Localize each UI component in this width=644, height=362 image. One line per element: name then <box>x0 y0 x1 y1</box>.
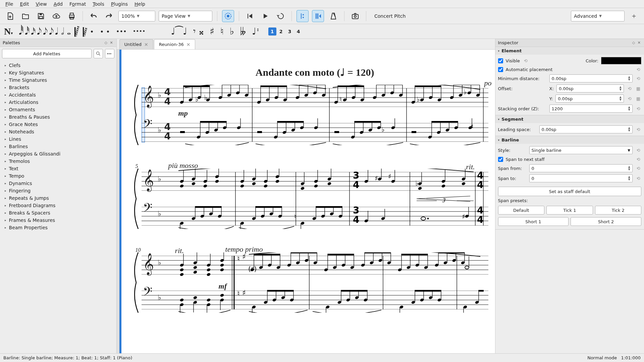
barline-style-combo[interactable]: Single barline▼ <box>529 146 633 154</box>
undo-icon[interactable] <box>88 10 100 22</box>
play-repeats-icon[interactable] <box>297 10 309 22</box>
menu-format[interactable]: Format <box>67 1 89 7</box>
palette-item[interactable]: ▸Accidentals <box>0 91 116 99</box>
close-icon[interactable]: ✕ <box>144 42 148 47</box>
color-picker[interactable] <box>601 57 641 64</box>
palette-item[interactable]: ▸Arpeggios & Glissandi <box>0 150 116 158</box>
rewind-icon[interactable] <box>244 10 256 22</box>
voice-1[interactable]: 1 <box>268 27 276 36</box>
voice-3[interactable]: 3 <box>286 27 294 36</box>
panel-controls-icon[interactable]: ◇ ✕ <box>632 41 641 45</box>
natural-icon[interactable]: ♮ <box>220 27 224 36</box>
screenshot-icon[interactable] <box>349 10 361 22</box>
reset-icon[interactable]: ⟲ <box>627 85 633 92</box>
redo-icon[interactable] <box>103 10 115 22</box>
panel-controls-icon[interactable]: ◇ ✕ <box>104 41 113 45</box>
tie-icon[interactable]: ♩⁀♩ <box>171 27 187 36</box>
flip-icon[interactable]: ♩↕ <box>252 27 259 36</box>
palette-item[interactable]: ▸Breaths & Pauses <box>0 113 116 121</box>
palette-item[interactable]: ▸Repeats & Jumps <box>0 194 116 202</box>
palette-item[interactable]: ▸Ornaments <box>0 106 116 113</box>
close-icon[interactable]: ✕ <box>186 42 191 47</box>
menu-help[interactable]: Help <box>132 1 148 7</box>
palette-item[interactable]: ▸Breaks & Spacers <box>0 209 116 217</box>
play-icon[interactable] <box>259 10 271 22</box>
save-icon[interactable] <box>35 10 47 22</box>
menu-tools[interactable]: Tools <box>90 1 107 7</box>
palette-item[interactable]: ▸Fretboard Diagrams <box>0 202 116 209</box>
reset-icon[interactable]: ⟲ <box>523 58 529 64</box>
workspace-combo[interactable]: Advanced▼ <box>571 11 625 21</box>
menu-plugins[interactable]: Plugins <box>108 1 130 7</box>
section-barline[interactable]: Barline <box>501 137 519 142</box>
reset-icon[interactable]: ⟲ <box>635 156 641 162</box>
double-dot-icon[interactable]: • • <box>100 28 110 35</box>
tab-reunion[interactable]: Reunion-36✕ <box>154 39 196 49</box>
palette-item[interactable]: ▸Noteheads <box>0 128 116 135</box>
score-viewport[interactable]: Andante con moto (♩ = 120) po 𝄞 ♭ 44 <box>117 50 495 353</box>
snap-icon[interactable]: ▦ <box>635 96 641 102</box>
note-longa-icon[interactable]: |𝅁| <box>82 27 84 36</box>
loop-icon[interactable] <box>275 10 287 22</box>
palette-item[interactable]: ▸Dynamics <box>0 180 116 187</box>
note-input-mode-icon[interactable]: N▾ <box>4 27 13 36</box>
menu-view[interactable]: View <box>33 1 50 7</box>
zoom-combo[interactable]: 100%▼ <box>118 11 155 21</box>
palette-item[interactable]: ▸Fingering <box>0 187 116 194</box>
section-element[interactable]: Element <box>501 48 522 53</box>
search-palettes-icon[interactable] <box>94 49 103 58</box>
tab-untitled[interactable]: Untitled✕ <box>119 39 153 49</box>
palette-item[interactable]: ▸Lines <box>0 135 116 143</box>
set-staff-default-button[interactable]: Set as staff default <box>498 187 641 196</box>
palette-item[interactable]: ▸Key Signatures <box>0 69 116 76</box>
reset-icon[interactable]: ⟲ <box>635 106 641 112</box>
palette-menu-icon[interactable]: ⋯ <box>105 49 114 58</box>
auto-placement-checkbox[interactable] <box>498 67 503 72</box>
preset-tick1-button[interactable]: Tick 1 <box>546 206 593 215</box>
palette-item[interactable]: ▸Beam Properties <box>0 224 116 231</box>
reset-icon[interactable]: ⟲ <box>635 66 641 72</box>
palette-item[interactable]: ▸Tempo <box>0 172 116 180</box>
concert-pitch-toggle[interactable]: Concert Pitch <box>371 11 409 21</box>
preset-tick2-button[interactable]: Tick 2 <box>595 206 641 215</box>
menu-add[interactable]: Add <box>51 1 65 7</box>
add-palettes-button[interactable]: Add Palettes <box>2 49 92 58</box>
print-icon[interactable] <box>66 10 78 22</box>
menu-edit[interactable]: Edit <box>17 1 32 7</box>
score-page[interactable]: Andante con moto (♩ = 120) po 𝄞 ♭ 44 <box>119 50 495 353</box>
section-segment[interactable]: Segment <box>501 117 523 122</box>
flat-icon[interactable]: ♭ <box>230 27 234 36</box>
quad-dot-icon[interactable]: •••• <box>133 29 146 34</box>
sharp-icon[interactable]: ♯ <box>210 27 214 36</box>
voice-2[interactable]: 2 <box>277 27 285 36</box>
span-next-checkbox[interactable] <box>498 157 503 162</box>
palette-item[interactable]: ▸Tremolos <box>0 158 116 165</box>
new-file-icon[interactable] <box>4 10 16 22</box>
palette-item[interactable]: ▸Time Signatures <box>0 76 116 84</box>
reset-icon[interactable]: ⟲ <box>635 75 641 81</box>
add-workspace-icon[interactable]: ＋ <box>628 10 640 22</box>
palette-item[interactable]: ▸Grace Notes <box>0 121 116 128</box>
preset-short2-button[interactable]: Short 2 <box>571 217 641 226</box>
double-sharp-icon[interactable]: 𝄪 <box>199 27 204 36</box>
palette-item[interactable]: ▸Brackets <box>0 84 116 91</box>
stacking-field[interactable]: 1200▲▼ <box>549 105 633 113</box>
viewmode-combo[interactable]: Page View▼ <box>159 11 212 21</box>
palette-item[interactable]: ▸Text <box>0 165 116 172</box>
reset-icon[interactable]: ⟲ <box>635 126 641 132</box>
preset-default-button[interactable]: Default <box>498 206 544 215</box>
span-from-field[interactable]: 0▲▼ <box>529 164 633 172</box>
visible-checkbox[interactable] <box>498 58 503 63</box>
span-to-field[interactable]: 0▲▼ <box>529 174 633 182</box>
open-file-icon[interactable] <box>19 10 32 22</box>
palette-item[interactable]: ▸Barlines <box>0 143 116 150</box>
palette-item[interactable]: ▸Clefs <box>0 62 116 69</box>
note-breve-icon[interactable]: |𝅂| <box>73 27 75 36</box>
reset-icon[interactable]: ⟲ <box>635 147 641 153</box>
pan-icon[interactable] <box>312 10 324 22</box>
voice-4[interactable]: 4 <box>294 27 303 36</box>
double-flat-icon[interactable]: 𝄫 <box>240 27 246 36</box>
cloud-save-icon[interactable] <box>50 10 62 22</box>
mindist-field[interactable]: 0.00sp▲▼ <box>549 74 633 82</box>
snap-icon[interactable]: ▦ <box>635 85 641 92</box>
